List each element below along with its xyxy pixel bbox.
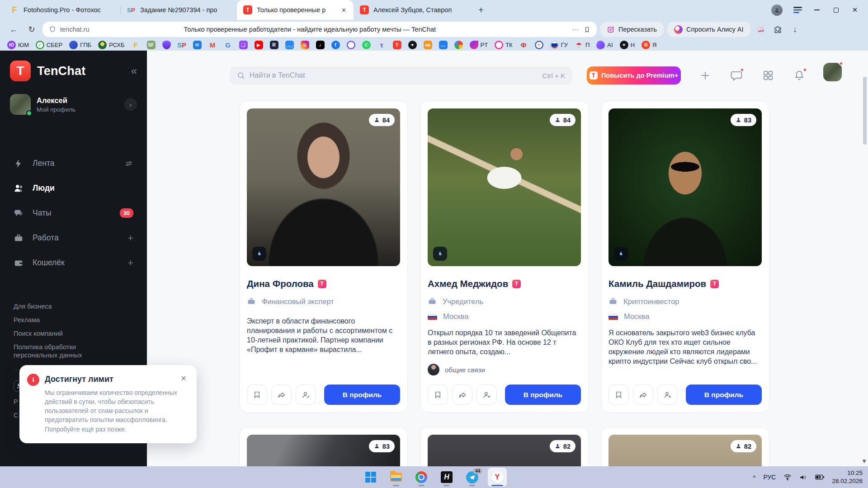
bookmark-tiktok[interactable]: ♪ [316, 41, 325, 49]
bookmark-alice-ai[interactable]: AI [596, 41, 613, 49]
bookmark-messenger-blue[interactable]: … [439, 41, 448, 49]
sidebar-item-people[interactable]: Люди [0, 176, 147, 201]
save-bookmark-button[interactable] [609, 385, 629, 405]
start-button[interactable] [361, 468, 380, 487]
mutual-connections[interactable]: общие связи [428, 364, 581, 375]
bookmark-gazprombank[interactable]: ГПБ [69, 41, 91, 49]
add-work-icon[interactable]: + [127, 232, 133, 244]
bookmark-vk-messenger[interactable]: ◡◡ [285, 41, 294, 49]
bookmark-odnoklassniki[interactable]: ок [424, 41, 432, 49]
wifi-icon[interactable] [783, 474, 792, 480]
bookmark-ring-app[interactable] [347, 41, 355, 49]
bookmark-emblem[interactable]: ✶ [535, 41, 543, 49]
tab-close-icon[interactable]: ✕ [340, 6, 347, 14]
bookmark-whatsapp[interactable]: ✆ [362, 41, 371, 49]
bookmark-sp[interactable]: SP [178, 41, 186, 49]
person-name-row[interactable]: Дина Фролова T [247, 278, 400, 289]
link-for-business[interactable]: Для бизнеса [14, 302, 133, 311]
bookmark-tk[interactable]: ТК [495, 41, 513, 49]
bookmark-star-app[interactable]: ✦ [408, 41, 417, 49]
person-add-button[interactable] [476, 385, 497, 405]
tab-tenchat-profile[interactable]: T Алексей Зубцов, Ставроп [354, 0, 470, 20]
header-avatar[interactable] [823, 63, 842, 81]
notifications-bell-icon[interactable] [793, 70, 806, 82]
clock[interactable]: 10:25 28.02.2026 [832, 469, 863, 485]
bookmark-twitch[interactable]: ❑ [239, 41, 248, 49]
person-name-row[interactable]: Ахмед Меджидов T [428, 278, 581, 289]
link-privacy-policy[interactable]: Политика обработки персональных данных [14, 343, 118, 360]
profile-photo[interactable]: 82 [428, 435, 581, 466]
apps-grid-icon[interactable] [762, 70, 775, 82]
bookmark-shield-app[interactable] [162, 41, 171, 49]
bookmark-rutube[interactable]: R [270, 41, 278, 49]
tab-tenchat-active[interactable]: T Только проверенные р ✕ [237, 0, 354, 20]
premium-upgrade-button[interactable]: T Повысить до Premium+ [587, 66, 681, 84]
bookmark-rshb[interactable]: РСХБ [98, 41, 124, 49]
bookmark-gmail[interactable]: M [208, 41, 217, 49]
bookmark-youtube[interactable]: ▶ [255, 41, 263, 49]
share-button[interactable] [452, 385, 472, 405]
bookmark-dots-app[interactable] [454, 41, 463, 49]
person-add-button[interactable] [657, 385, 678, 405]
feed-filter-icon[interactable] [124, 159, 133, 168]
battery-icon[interactable] [815, 474, 824, 480]
address-bar[interactable]: tenchat.ru Только проверенные работодате… [42, 22, 597, 37]
link-company-search[interactable]: Поиск компаний [14, 329, 133, 338]
extensions-puzzle-icon[interactable] [771, 23, 785, 36]
file-explorer-button[interactable] [387, 468, 406, 487]
bookmark-sber[interactable]: ✓СБЕР [36, 41, 62, 49]
tray-chevron-icon[interactable]: ^ [753, 474, 755, 481]
share-button[interactable] [271, 385, 292, 405]
maximize-button[interactable] [832, 6, 840, 14]
bookmark-sf[interactable]: SF [147, 41, 156, 49]
popup-close-icon[interactable]: ✕ [179, 373, 189, 383]
bookmark-google[interactable]: G [224, 41, 232, 49]
person-check-button[interactable] [296, 385, 316, 405]
bookmark-instagram[interactable]: ⊙ [301, 41, 309, 49]
tab-task[interactable]: SP Задание №2907394 - про [120, 0, 237, 20]
profile-photo[interactable]: 82 [609, 435, 762, 466]
retell-button[interactable]: Пересказать [600, 22, 664, 37]
bookmark-tenchat[interactable]: T [393, 41, 401, 49]
site-shield-icon[interactable] [49, 26, 56, 33]
collapse-sidebar-icon[interactable]: « [131, 65, 137, 77]
sidebar-item-wallet[interactable]: Кошелёк + [0, 250, 147, 275]
tab-fotohosting[interactable]: F Fotohosting.Pro - Фотохос [4, 0, 120, 20]
bookmark-yoomoney[interactable]: ЮЮМ [7, 41, 29, 49]
bookmark-gosuslugi[interactable]: ГУ [550, 41, 568, 49]
minimize-button[interactable] [813, 6, 821, 14]
sidebar-item-work[interactable]: Работа + [0, 225, 147, 250]
browser-menu-icon[interactable] [793, 7, 802, 13]
chevron-right-icon[interactable]: › [124, 98, 137, 111]
bookmark-facebook[interactable]: f [331, 41, 340, 49]
bookmark-pt[interactable]: PT [470, 41, 488, 49]
save-bookmark-button[interactable] [247, 385, 267, 405]
scroll-down-icon[interactable]: ▼ [861, 458, 867, 465]
language-indicator[interactable]: РУС [763, 474, 776, 481]
to-profile-button[interactable]: В профиль [686, 385, 762, 405]
to-profile-button[interactable]: В профиль [324, 385, 400, 405]
close-button[interactable]: ✕ [851, 6, 859, 14]
more-actions-icon[interactable]: ⋯ [572, 25, 580, 34]
yandex-browser-button[interactable]: Y [488, 468, 507, 487]
bookmark-fi-app[interactable]: Ф [519, 41, 528, 49]
sidebar-item-feed[interactable]: Лента [0, 151, 147, 176]
profile-photo[interactable]: 84 [428, 108, 581, 266]
sidebar-profile[interactable]: Алексей Мой профиль › [0, 86, 147, 123]
search-bar[interactable]: Ctrl + K [230, 66, 572, 84]
profile-photo[interactable]: 83 [609, 108, 762, 266]
h-app-button[interactable]: H [437, 468, 456, 487]
bookmark-star-n[interactable]: ✦Н [620, 41, 635, 49]
telegram-button[interactable]: 44 [462, 468, 481, 487]
bookmark-page-icon[interactable] [584, 26, 590, 33]
scrollbar-thumb[interactable] [863, 77, 867, 145]
ask-alice-button[interactable]: Спросить Алису AI [667, 22, 750, 37]
messages-icon[interactable] [731, 70, 743, 82]
bookmark-tau-app[interactable]: τ [377, 41, 386, 49]
volume-icon[interactable] [799, 474, 807, 481]
sidebar-item-chats[interactable]: Чаты 30 [0, 201, 147, 225]
profile-photo[interactable]: 83 [247, 435, 400, 466]
person-name-row[interactable]: Камиль Дашдамиров T [609, 278, 762, 289]
share-button[interactable] [633, 385, 653, 405]
tenchat-logo[interactable]: T [10, 61, 31, 81]
